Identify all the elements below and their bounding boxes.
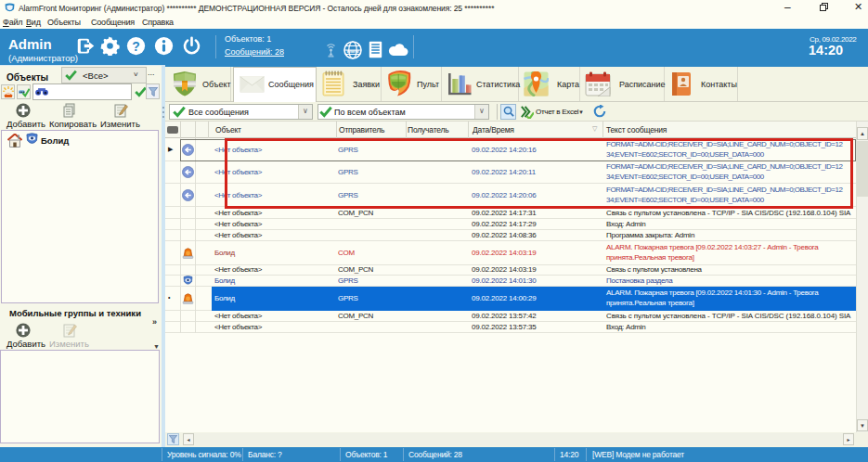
svg-text:www: www xyxy=(346,48,360,54)
svg-text:?: ? xyxy=(132,39,140,54)
